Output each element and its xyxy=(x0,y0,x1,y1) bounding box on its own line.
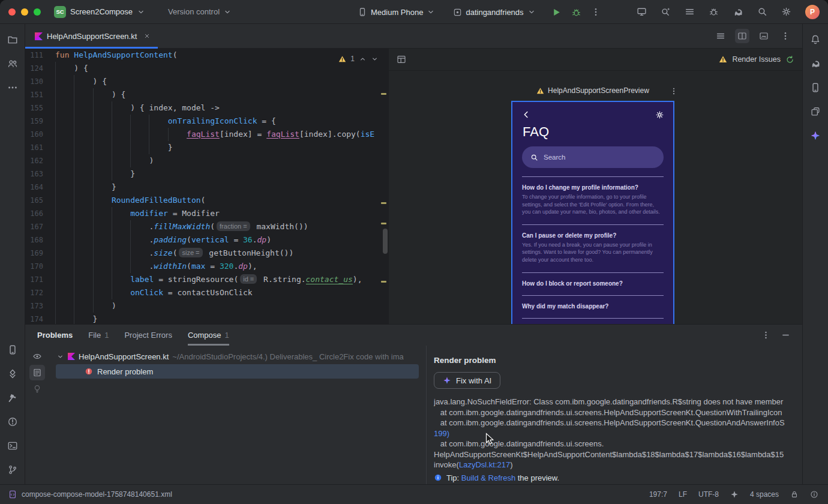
pull-requests-tool-button[interactable] xyxy=(4,55,21,72)
preview-eye-icon[interactable] xyxy=(32,352,42,361)
code-line[interactable]: 159onTrailingIconClick = { xyxy=(25,115,388,128)
project-selector[interactable]: SC Screen2Compose xyxy=(54,6,145,18)
gradle-tool-button[interactable] xyxy=(807,55,824,72)
indent-widget[interactable]: 4 spaces xyxy=(750,490,779,499)
settings-gear-icon[interactable] xyxy=(655,110,664,119)
structure-list-icon[interactable] xyxy=(685,7,695,17)
stack-link[interactable]: LazyDsl.kt:217 xyxy=(459,460,510,469)
details-view-toggle[interactable] xyxy=(29,365,45,380)
faq-item[interactable]: How do I block or report someone? xyxy=(522,273,664,296)
code-line[interactable]: 166modifier = Modifier xyxy=(25,207,388,220)
code-line[interactable]: 163} xyxy=(25,167,388,181)
stack-link[interactable]: 199) xyxy=(434,429,449,438)
build-refresh-link[interactable]: Build & Refresh xyxy=(461,473,515,482)
notifications-tool-button[interactable] xyxy=(807,31,824,48)
panel-options-icon[interactable] xyxy=(761,331,770,340)
chevron-down-icon[interactable] xyxy=(56,353,64,361)
problems-tab-project-errors[interactable]: Project Errors xyxy=(124,325,172,346)
faq-item[interactable]: How do I change my profile information?T… xyxy=(522,177,664,225)
info-circle-icon[interactable] xyxy=(810,490,818,499)
render-problem-node[interactable]: Render problem xyxy=(56,364,419,379)
code-line[interactable]: 111fun HelpAndSupportContent( xyxy=(25,49,388,62)
problems-tool-button[interactable] xyxy=(4,413,21,430)
code-line[interactable]: 174} xyxy=(25,313,388,324)
code-line[interactable]: 171label = stringResource(id = R.string.… xyxy=(25,273,388,286)
quick-fix-bulb-icon[interactable] xyxy=(32,384,42,394)
code-line[interactable]: 162) xyxy=(25,154,388,167)
search-icon[interactable] xyxy=(757,7,767,17)
project-tool-button[interactable] xyxy=(4,31,21,48)
device-selector[interactable]: Medium Phone xyxy=(358,7,435,17)
code-line[interactable]: 160faqList[index] = faqList[index].copy(… xyxy=(25,128,388,141)
editor-options-button[interactable] xyxy=(778,29,793,43)
code-view-button[interactable] xyxy=(713,29,728,43)
minimize-window-button[interactable] xyxy=(21,8,28,16)
app-insights-bug-icon[interactable] xyxy=(709,7,719,17)
layout-captures-tool-button[interactable] xyxy=(807,103,824,120)
caret-position-widget[interactable]: 197:7 xyxy=(649,490,667,499)
next-problem-icon[interactable] xyxy=(371,55,379,63)
ui-tools-grid-icon[interactable] xyxy=(397,55,406,64)
device-mirroring-icon[interactable] xyxy=(637,7,647,17)
problems-file-node[interactable]: HelpAndSupportScreen.kt ~/AndroidStudioP… xyxy=(49,349,426,364)
build-tool-button[interactable] xyxy=(4,389,21,406)
code-editor[interactable]: 111fun HelpAndSupportContent(124) {130) … xyxy=(25,49,388,324)
lock-icon[interactable] xyxy=(790,490,799,499)
code-line[interactable]: 168.padding(vertical = 36.dp) xyxy=(25,233,388,247)
code-line[interactable]: 173) xyxy=(25,299,388,313)
more-tool-windows-button[interactable] xyxy=(4,79,21,96)
faq-item[interactable]: Why did my match disappear? xyxy=(522,296,664,319)
running-devices-tool-button[interactable] xyxy=(4,341,21,358)
code-line[interactable]: 161} xyxy=(25,141,388,154)
ai-status-sparkle-icon[interactable] xyxy=(730,490,739,499)
vcs-widget[interactable]: Version control xyxy=(168,7,232,16)
version-control-tool-button[interactable] xyxy=(4,461,21,478)
app-inspection-tool-button[interactable] xyxy=(4,365,21,382)
split-view-button[interactable] xyxy=(735,29,749,43)
editor-scrollbar[interactable] xyxy=(383,229,388,254)
device-manager-tool-button[interactable] xyxy=(807,79,824,96)
ai-search-icon[interactable] xyxy=(661,7,671,17)
inspections-widget[interactable]: 1 xyxy=(338,52,379,65)
encoding-widget[interactable]: UTF-8 xyxy=(698,490,719,499)
code-line[interactable]: 170.widthIn(max = 320.dp), xyxy=(25,260,388,273)
code-line[interactable]: 151) { xyxy=(25,88,388,101)
preview-menu-icon[interactable] xyxy=(670,87,678,95)
design-view-button[interactable] xyxy=(757,29,771,43)
device-preview-frame[interactable]: FAQ Search How do I change my profile in… xyxy=(511,101,674,324)
faq-item[interactable]: Can I pause or delete my profile?Yes. If… xyxy=(522,225,664,273)
close-window-button[interactable] xyxy=(8,8,16,16)
run-configuration-selector[interactable]: datingandfriends xyxy=(453,8,535,17)
run-button[interactable] xyxy=(551,7,562,17)
code-line[interactable]: 130) { xyxy=(25,75,388,88)
close-tab-icon[interactable] xyxy=(143,32,151,40)
code-line[interactable]: 165RoundedFilledButton( xyxy=(25,194,388,207)
code-line[interactable]: 164} xyxy=(25,181,388,194)
problems-tab-file[interactable]: File1 xyxy=(88,325,109,346)
hide-panel-icon[interactable] xyxy=(781,331,790,340)
back-arrow-icon[interactable] xyxy=(521,110,531,119)
line-separator-widget[interactable]: LF xyxy=(679,490,687,499)
editor-tab[interactable]: HelpAndSupportScreen.kt xyxy=(25,24,158,49)
debug-button[interactable] xyxy=(571,7,581,17)
previous-problem-icon[interactable] xyxy=(359,55,367,63)
code-line[interactable]: 172onClick = contactUsOnClick xyxy=(25,286,388,299)
preview-canvas[interactable]: HelpAndSupportScreenPreview FAQ Search xyxy=(389,71,802,324)
user-avatar[interactable]: P xyxy=(805,5,820,19)
faq-search-field[interactable]: Search xyxy=(522,146,664,168)
code-line[interactable]: 155) { index, model -> xyxy=(25,101,388,115)
settings-gear-icon[interactable] xyxy=(781,7,791,17)
gradle-sync-icon[interactable] xyxy=(733,7,743,17)
status-file-widget[interactable]: compose-compose-model-1758748140651.xml xyxy=(8,490,172,499)
code-line[interactable]: 167.fillMaxWidth(fraction = maxWidth()) xyxy=(25,220,388,233)
problems-tab-compose[interactable]: Compose1 xyxy=(188,325,229,346)
render-issues-link[interactable]: Render Issues xyxy=(732,55,781,64)
code-line[interactable]: 169.size(size = getButtonHeight()) xyxy=(25,247,388,260)
gemini-tool-button[interactable] xyxy=(807,127,824,144)
code-line[interactable]: 124) { xyxy=(25,62,388,75)
refresh-icon[interactable] xyxy=(785,55,794,64)
fix-with-ai-button[interactable]: Fix with AI xyxy=(434,372,500,389)
terminal-tool-button[interactable] xyxy=(4,437,21,454)
more-run-options-button[interactable] xyxy=(591,7,601,17)
zoom-window-button[interactable] xyxy=(34,8,41,16)
